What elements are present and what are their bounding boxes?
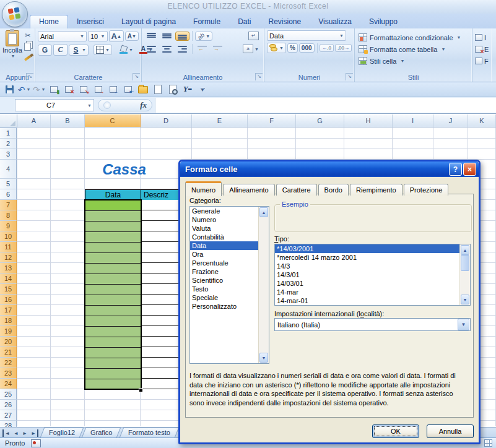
category-item-scientifico[interactable]: Scientifico xyxy=(190,276,259,285)
column-header-i[interactable]: I xyxy=(393,114,433,127)
type-scrollbar[interactable]: ▲ ▼ xyxy=(459,244,470,305)
dialog-help-button[interactable]: ? xyxy=(449,163,462,176)
office-button[interactable] xyxy=(2,1,28,27)
row-header-15[interactable]: 15 xyxy=(0,284,17,295)
type-listbox[interactable]: *14/03/2001*mercoledì 14 marzo 200114/31… xyxy=(274,244,471,306)
category-scrollbar[interactable]: ▲ ▼ xyxy=(258,207,269,363)
type-item[interactable]: 14/3 xyxy=(275,262,460,270)
scrollbar-thumb[interactable] xyxy=(461,255,469,271)
row-header-12[interactable]: 12 xyxy=(0,252,17,263)
category-item-personalizzato[interactable]: Personalizzato xyxy=(190,302,259,311)
stili-item-3[interactable]: Stili cella▼ xyxy=(357,55,469,67)
borders-button[interactable]: ▼ xyxy=(94,45,112,55)
percent-format-button[interactable]: % xyxy=(287,43,298,53)
column-header-c[interactable]: C xyxy=(85,114,141,127)
thousands-format-button[interactable]: 000 xyxy=(299,43,315,53)
cut-button[interactable]: ✂ xyxy=(22,30,33,41)
copy-button[interactable] xyxy=(22,41,33,52)
size-dropdown-arrow-icon[interactable]: ▼ xyxy=(101,34,105,38)
ribbon-tab-dati[interactable]: Dati xyxy=(229,15,259,28)
scroll-down-icon[interactable]: ▼ xyxy=(259,353,268,363)
column-header-a[interactable]: A xyxy=(17,114,51,127)
category-item-ora[interactable]: Ora xyxy=(190,250,259,259)
type-item[interactable]: 14/03/01 xyxy=(275,279,460,288)
insert-chart-button[interactable]: ▮ xyxy=(48,84,59,95)
fill-color-button[interactable]: ▼ xyxy=(117,45,136,55)
category-item-speciale[interactable]: Speciale xyxy=(190,293,259,302)
format-painter-button[interactable] xyxy=(22,53,33,63)
increase-font-button[interactable]: A▲ xyxy=(109,30,124,42)
row-header-8[interactable]: 8 xyxy=(0,210,17,221)
next-sheet-button[interactable]: ► xyxy=(21,429,28,437)
row-header-4[interactable]: 4 xyxy=(0,160,17,179)
ribbon-tab-sviluppo[interactable]: Sviluppo xyxy=(360,15,406,28)
ok-button[interactable]: OK xyxy=(372,424,419,438)
dialog-tab-carattere[interactable]: Carattere xyxy=(276,184,317,196)
category-item-generale[interactable]: Generale xyxy=(190,207,259,215)
column-header-f[interactable]: F xyxy=(248,114,296,127)
undo-button[interactable]: ↶▼ xyxy=(19,84,30,95)
scroll-down-icon[interactable]: ▼ xyxy=(461,295,469,304)
row-header-7[interactable]: 7 xyxy=(0,200,17,210)
new-document-button[interactable] xyxy=(152,84,163,95)
align-bottom-button[interactable] xyxy=(175,32,189,41)
first-sheet-button[interactable]: ◄ xyxy=(2,429,11,437)
ribbon-tab-layout-di-pagina[interactable]: Layout di pagina xyxy=(113,15,185,28)
row-header-28[interactable]: 28 xyxy=(0,421,17,427)
sheet-tab-foglio12[interactable]: Foglio12 xyxy=(40,428,84,437)
decrease-indent-button[interactable] xyxy=(195,45,209,54)
previous-sheet-button[interactable]: ◄ xyxy=(12,429,20,437)
celle-item-3[interactable]: F xyxy=(475,55,489,67)
category-item-percentuale[interactable]: Percentuale xyxy=(190,259,259,267)
active-cell-c7[interactable] xyxy=(85,200,141,210)
column-header-g[interactable]: G xyxy=(296,114,344,127)
fill-handle[interactable] xyxy=(139,388,143,392)
celle-item-2[interactable]: ✕E xyxy=(475,43,489,55)
fx-icon[interactable]: fx xyxy=(140,100,147,110)
row-header-20[interactable]: 20 xyxy=(0,337,17,347)
insert-function-area[interactable]: fx xyxy=(98,99,152,111)
delete-rows-button[interactable]: ✕ xyxy=(63,84,74,95)
number-format-combobox[interactable]: Data▼ xyxy=(267,30,346,41)
category-item-testo[interactable]: Testo xyxy=(190,285,259,293)
row-header-11[interactable]: 11 xyxy=(0,242,17,252)
orientation-button[interactable]: ab▼ xyxy=(195,32,212,41)
date-column-cells[interactable] xyxy=(85,200,141,389)
paste-button[interactable]: Incolla ▼ xyxy=(2,30,22,63)
number-format-arrow-icon[interactable]: ▼ xyxy=(339,33,344,38)
column-header-j[interactable]: J xyxy=(433,114,468,127)
type-item[interactable]: 14-mar xyxy=(275,288,460,296)
column-header-h[interactable]: H xyxy=(344,114,393,127)
font-name-combobox[interactable]: Arial▼ xyxy=(38,31,87,41)
sheet-tab-grafico[interactable]: Grafico xyxy=(82,428,121,437)
selected-range-c7-c24[interactable] xyxy=(84,199,142,390)
row-header-2[interactable]: 2 xyxy=(0,139,17,149)
row-header-1[interactable]: 1 xyxy=(0,128,17,139)
type-item[interactable]: *14/03/2001 xyxy=(275,244,460,253)
row-header-3[interactable]: 3 xyxy=(0,149,17,160)
align-center-button[interactable] xyxy=(160,45,174,54)
currency-format-button[interactable]: ▼ xyxy=(267,43,286,53)
font-dropdown-arrow-icon[interactable]: ▼ xyxy=(80,34,84,38)
cancel-button[interactable]: Annulla xyxy=(427,424,474,438)
column-header-b[interactable]: B xyxy=(51,114,85,127)
wrap-text-button[interactable]: ↵ xyxy=(246,30,261,41)
row-header-25[interactable]: 25 xyxy=(0,389,17,400)
save-button[interactable] xyxy=(4,84,15,95)
font-size-combobox[interactable]: 10▼ xyxy=(88,31,108,41)
scroll-up-icon[interactable]: ▲ xyxy=(461,245,469,255)
row-header-16[interactable]: 16 xyxy=(0,295,17,305)
print-preview-button[interactable] xyxy=(167,84,178,95)
normal-view-icon[interactable] xyxy=(484,439,492,447)
last-sheet-button[interactable]: ► xyxy=(30,429,38,437)
ribbon-tab-home[interactable]: Home xyxy=(30,15,68,28)
increase-decimal-button[interactable]: ,0 xyxy=(320,44,334,52)
underline-button[interactable]: S▼ xyxy=(69,45,89,56)
paste-dropdown-arrow-icon[interactable]: ▼ xyxy=(11,54,15,58)
dropdown-arrow-icon[interactable]: ▼ xyxy=(458,319,469,330)
insert-cells-button[interactable]: → xyxy=(93,84,104,95)
appunti-dialog-launcher[interactable]: ↘ xyxy=(26,73,33,80)
dialog-tab-riempimento[interactable]: Riempimento xyxy=(350,184,402,196)
category-item-data[interactable]: Data xyxy=(190,241,259,250)
cell-cassa-title[interactable]: Cassa xyxy=(92,160,157,179)
